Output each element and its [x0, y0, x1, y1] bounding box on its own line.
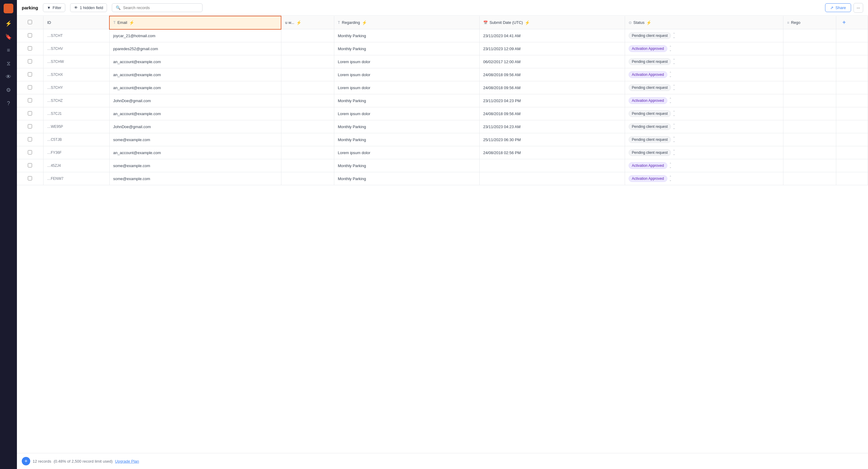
row-checkbox[interactable] — [28, 59, 32, 63]
row-regarding-cell: Monthly Parking — [334, 172, 479, 185]
row-checkbox[interactable] — [28, 111, 32, 116]
row-submit-date-cell: 24/08/2018 02:56 PM — [479, 146, 625, 159]
header-id-label: ID — [47, 20, 51, 25]
top-bar: parking ▼ Filter 👁 1 hidden field 🔍 ⇗ Sh… — [17, 0, 868, 16]
row-checkbox-cell[interactable] — [17, 146, 43, 159]
row-extra-cell — [836, 81, 868, 94]
table-header-row: ID T Email ⚡ u w... — [17, 16, 868, 29]
sidebar-icon-help[interactable]: ? — [3, 98, 14, 109]
row-regarding-cell: Lorem ipsum dolor — [334, 146, 479, 159]
search-input[interactable] — [123, 5, 198, 10]
row-checkbox[interactable] — [28, 124, 32, 128]
filter-label: Filter — [53, 5, 61, 10]
row-id-cell: …S7CHT — [43, 29, 110, 42]
sidebar-icon-list[interactable]: ≡ — [3, 45, 14, 56]
status-sort-arrows[interactable]: ⌃⌄ — [669, 176, 672, 182]
row-checkbox[interactable] — [28, 176, 32, 180]
status-sort-arrows[interactable]: ⌃⌄ — [673, 136, 675, 143]
row-regarding-cell: Monthly Parking — [334, 94, 479, 107]
status-sort-arrows[interactable]: ⌃⌄ — [669, 98, 672, 104]
row-uw-cell — [281, 42, 334, 55]
row-checkbox-cell[interactable] — [17, 172, 43, 185]
status-sort-arrows[interactable]: ⌃⌄ — [669, 72, 672, 78]
header-add-col[interactable]: + — [836, 16, 868, 29]
row-submit-date-cell: 24/08/2018 09:56 AM — [479, 107, 625, 120]
sidebar-icon-bookmark[interactable]: 🔖 — [3, 31, 14, 42]
status-badge: Pending client request — [629, 149, 671, 156]
row-checkbox[interactable] — [28, 137, 32, 142]
sidebar-icon-eye[interactable]: 👁 — [3, 71, 14, 82]
header-id[interactable]: ID — [43, 16, 110, 29]
row-uw-cell — [281, 94, 334, 107]
status-sort-arrows[interactable]: ⌃⌄ — [673, 124, 675, 130]
sidebar-icon-settings[interactable]: ⚙ — [3, 85, 14, 95]
header-rego[interactable]: ≡ Rego — [783, 16, 836, 29]
status-sort-arrows[interactable]: ⌃⌄ — [673, 33, 675, 39]
header-email[interactable]: T Email ⚡ — [110, 16, 281, 29]
row-submit-date-cell: 25/11/2023 06:30 PM — [479, 133, 625, 146]
row-checkbox[interactable] — [28, 150, 32, 154]
table-row: …C5TJB some@example.com Monthly Parking … — [17, 133, 868, 146]
status-sort-arrows[interactable]: ⌃⌄ — [673, 150, 675, 156]
header-uw[interactable]: u w... ⚡ — [281, 16, 334, 29]
header-rego-label: Rego — [791, 20, 800, 25]
status-badge: Activation Approved — [629, 175, 667, 182]
row-uw-cell — [281, 29, 334, 42]
status-badge: Activation Approved — [629, 97, 667, 104]
hidden-field-button[interactable]: 👁 1 hidden field — [70, 3, 107, 12]
row-id-cell: …S7CHY — [43, 81, 110, 94]
row-checkbox-cell[interactable] — [17, 133, 43, 146]
row-checkbox-cell[interactable] — [17, 120, 43, 133]
status-badge: Pending client request — [629, 32, 671, 39]
status-badge: Activation Approved — [629, 162, 667, 169]
row-checkbox-cell[interactable] — [17, 29, 43, 42]
row-email-cell: an_account@example.com — [110, 107, 281, 120]
row-status-cell: Pending client request ⌃⌄ — [625, 120, 783, 133]
row-status-cell: Pending client request ⌃⌄ — [625, 81, 783, 94]
more-options-button[interactable]: ··· — [854, 3, 863, 13]
row-checkbox[interactable] — [28, 72, 32, 76]
header-status[interactable]: ⊙ Status ⚡ — [625, 16, 783, 29]
row-checkbox-cell[interactable] — [17, 42, 43, 55]
row-checkbox[interactable] — [28, 85, 32, 89]
header-regarding[interactable]: T Regarding ⚡ — [334, 16, 479, 29]
header-checkbox[interactable] — [17, 16, 43, 29]
filter-button[interactable]: ▼ Filter — [43, 3, 65, 12]
row-checkbox-cell[interactable] — [17, 81, 43, 94]
header-uw-label: u w... — [285, 20, 294, 25]
row-status-cell: Pending client request ⌃⌄ — [625, 133, 783, 146]
row-extra-cell — [836, 29, 868, 42]
row-rego-cell — [783, 159, 836, 172]
row-id-cell: …S7CHX — [43, 68, 110, 81]
row-checkbox[interactable] — [28, 33, 32, 37]
status-sort-arrows[interactable]: ⌃⌄ — [669, 45, 672, 52]
upgrade-link[interactable]: Upgrade Plan — [115, 459, 139, 464]
row-checkbox[interactable] — [28, 98, 32, 102]
status-sort-arrows[interactable]: ⌃⌄ — [673, 85, 675, 91]
row-checkbox-cell[interactable] — [17, 55, 43, 68]
row-checkbox[interactable] — [28, 163, 32, 167]
status-sort-arrows[interactable]: ⌃⌄ — [673, 111, 675, 117]
row-checkbox-cell[interactable] — [17, 159, 43, 172]
row-regarding-cell: Lorem ipsum dolor — [334, 107, 479, 120]
share-button[interactable]: ⇗ Share — [825, 3, 851, 12]
add-column-button[interactable]: + — [840, 19, 848, 26]
row-checkbox-cell[interactable] — [17, 68, 43, 81]
row-extra-cell — [836, 42, 868, 55]
row-checkbox[interactable] — [28, 46, 32, 51]
row-email-cell: an_account@example.com — [110, 81, 281, 94]
row-status-cell: Pending client request ⌃⌄ — [625, 146, 783, 159]
row-checkbox-cell[interactable] — [17, 107, 43, 120]
select-all-checkbox[interactable] — [28, 20, 32, 24]
status-sort-arrows[interactable]: ⌃⌄ — [669, 163, 672, 168]
add-row-button[interactable]: + — [22, 457, 30, 465]
app-logo[interactable] — [4, 4, 13, 13]
sidebar-icon-bolt[interactable]: ⚡ — [3, 18, 14, 29]
status-sort-arrows[interactable]: ⌃⌄ — [673, 59, 675, 65]
row-checkbox-cell[interactable] — [17, 94, 43, 107]
sidebar-icon-filter[interactable]: ⧖ — [3, 58, 14, 69]
status-badge: Pending client request — [629, 136, 671, 143]
row-submit-date-cell — [479, 159, 625, 172]
row-status-cell: Pending client request ⌃⌄ — [625, 55, 783, 68]
header-submit-date[interactable]: 📅 Submit Date (UTC) ⚡ — [479, 16, 625, 29]
